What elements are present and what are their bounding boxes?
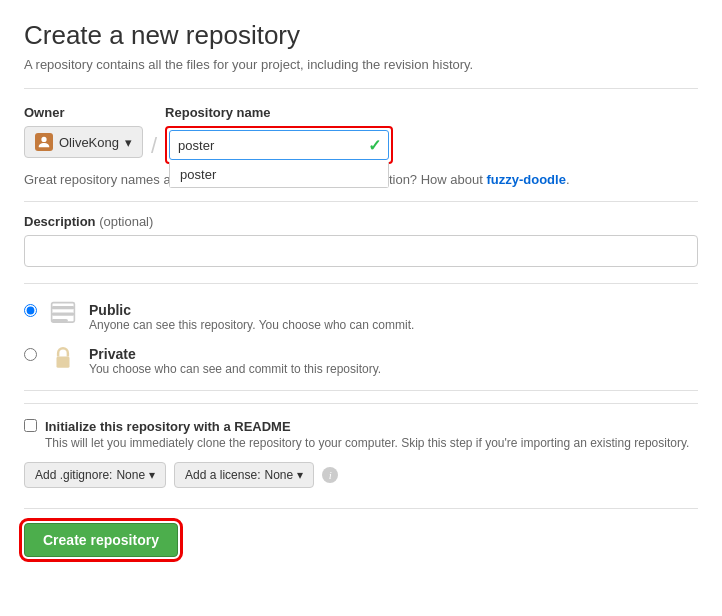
page-title: Create a new repository: [24, 20, 698, 51]
optional-label: (optional): [99, 214, 153, 229]
autocomplete-item[interactable]: poster: [170, 162, 388, 187]
repo-name-input-container: ✓: [169, 130, 389, 160]
gitignore-dropdown[interactable]: Add .gitignore: None ▾: [24, 462, 166, 488]
description-input[interactable]: [24, 235, 698, 267]
public-title: Public: [89, 302, 698, 318]
public-text: Public Anyone can see this repository. Y…: [89, 302, 698, 332]
svg-rect-4: [57, 356, 70, 367]
private-radio[interactable]: [24, 348, 37, 361]
info-icon[interactable]: i: [322, 467, 338, 483]
owner-field-group: Owner OliveKong ▾: [24, 105, 143, 158]
owner-dropdown[interactable]: OliveKong ▾: [24, 126, 143, 158]
private-icon: [47, 342, 79, 374]
visibility-section: Public Anyone can see this repository. Y…: [24, 302, 698, 376]
init-section: Initialize this repository with a README…: [24, 403, 698, 488]
svg-rect-0: [52, 306, 75, 309]
license-label: Add a license:: [185, 468, 260, 482]
slash-separator: /: [151, 133, 157, 159]
init-desc: This will let you immediately clone the …: [45, 436, 689, 450]
public-radio[interactable]: [24, 304, 37, 317]
repo-name-label: Repository name: [165, 105, 393, 120]
page-subtitle: A repository contains all the files for …: [24, 57, 698, 72]
form-section: Owner OliveKong ▾ / Repository name ✓ po…: [24, 105, 698, 557]
owner-label: Owner: [24, 105, 143, 120]
public-option: Public Anyone can see this repository. Y…: [24, 302, 698, 332]
owner-repo-row: Owner OliveKong ▾ / Repository name ✓ po…: [24, 105, 698, 164]
svg-rect-1: [52, 312, 75, 315]
license-value: None: [264, 468, 293, 482]
repo-name-wrapper: ✓ poster: [165, 126, 393, 164]
gitignore-value: None: [116, 468, 145, 482]
init-text: Initialize this repository with a README…: [45, 418, 689, 450]
visibility-divider: [24, 283, 698, 284]
init-divider: [24, 390, 698, 391]
public-icon: [47, 298, 79, 330]
owner-dropdown-arrow: ▾: [125, 135, 132, 150]
private-option: Private You choose who can see and commi…: [24, 346, 698, 376]
owner-avatar: [35, 133, 53, 151]
private-title: Private: [89, 346, 698, 362]
description-label: Description (optional): [24, 214, 698, 229]
license-row: Add .gitignore: None ▾ Add a license: No…: [24, 462, 698, 488]
private-desc: You choose who can see and commit to thi…: [89, 362, 698, 376]
gitignore-label: Add .gitignore:: [35, 468, 112, 482]
create-repository-button[interactable]: Create repository: [24, 523, 178, 557]
gitignore-arrow-icon: ▾: [149, 468, 155, 482]
suggestion-after: .: [566, 172, 570, 187]
private-text: Private You choose who can see and commi…: [89, 346, 698, 376]
repo-name-field-group: Repository name ✓ poster: [165, 105, 393, 164]
license-arrow-icon: ▾: [297, 468, 303, 482]
autocomplete-dropdown: poster: [169, 162, 389, 188]
top-divider: [24, 88, 698, 89]
checkmark-icon: ✓: [368, 136, 381, 155]
license-dropdown[interactable]: Add a license: None ▾: [174, 462, 314, 488]
init-label: Initialize this repository with a README: [45, 419, 291, 434]
owner-name: OliveKong: [59, 135, 119, 150]
submit-section: Create repository: [24, 508, 698, 557]
suggestion-link[interactable]: fuzzy-doodle: [486, 172, 565, 187]
init-checkbox[interactable]: [24, 419, 37, 432]
repo-name-input[interactable]: [169, 130, 389, 160]
public-desc: Anyone can see this repository. You choo…: [89, 318, 698, 332]
description-field-group: Description (optional): [24, 214, 698, 267]
desc-divider: [24, 201, 698, 202]
init-row: Initialize this repository with a README…: [24, 418, 698, 450]
